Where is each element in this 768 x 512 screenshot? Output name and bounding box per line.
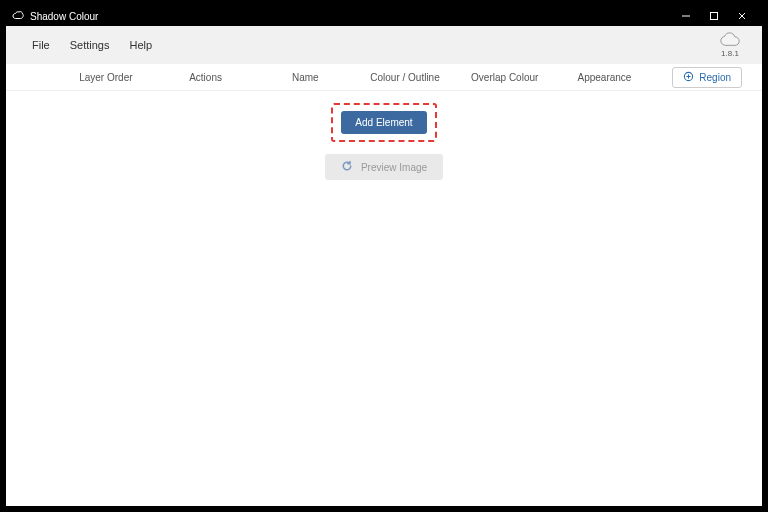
col-overlap-colour: Overlap Colour	[455, 72, 555, 83]
region-button[interactable]: Region	[672, 67, 742, 88]
menubar: File Settings Help 1.8.1	[6, 26, 762, 64]
cloud-icon[interactable]	[720, 32, 740, 48]
region-button-label: Region	[699, 72, 731, 83]
main-empty-area: Add Element Preview Image	[6, 91, 762, 506]
column-headers: Layer Order Actions Name Colour / Outlin…	[6, 64, 762, 91]
col-actions: Actions	[156, 72, 256, 83]
maximize-button[interactable]	[700, 6, 728, 26]
version-label: 1.8.1	[721, 49, 739, 58]
col-colour-outline: Colour / Outline	[355, 72, 455, 83]
menu-file[interactable]: File	[22, 35, 60, 55]
close-button[interactable]	[728, 6, 756, 26]
refresh-icon	[341, 160, 353, 174]
add-element-button[interactable]: Add Element	[341, 111, 426, 134]
plus-circle-icon	[683, 71, 694, 84]
col-layer-order: Layer Order	[56, 72, 156, 83]
app-icon	[12, 10, 24, 22]
svg-rect-1	[711, 13, 718, 20]
add-element-highlight: Add Element	[331, 103, 436, 142]
preview-image-label: Preview Image	[361, 162, 427, 173]
window-titlebar: Shadow Colour	[6, 6, 762, 26]
col-appearance: Appearance	[555, 72, 655, 83]
preview-image-button[interactable]: Preview Image	[325, 154, 443, 180]
minimize-button[interactable]	[672, 6, 700, 26]
col-name: Name	[255, 72, 355, 83]
menu-help[interactable]: Help	[119, 35, 162, 55]
menu-settings[interactable]: Settings	[60, 35, 120, 55]
window-title: Shadow Colour	[30, 11, 672, 22]
